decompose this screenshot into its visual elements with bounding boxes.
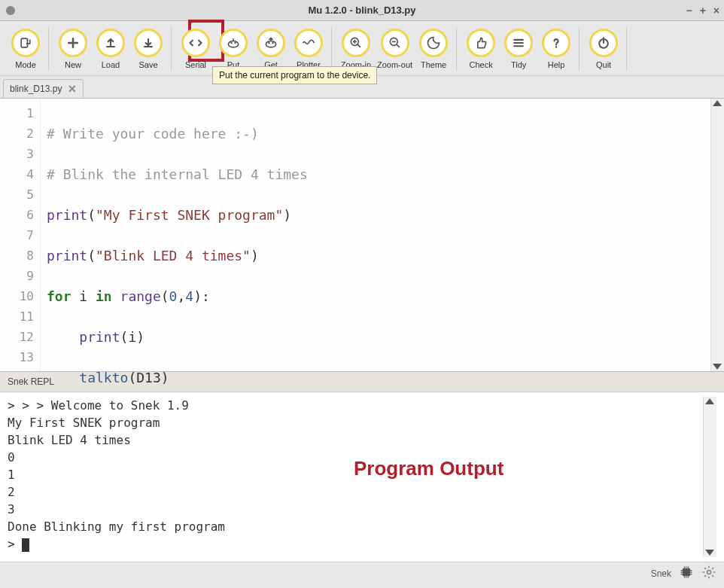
tab-close-icon[interactable]: ✕ bbox=[68, 83, 77, 95]
tab-label: blink_D13.py bbox=[10, 84, 62, 94]
load-button[interactable]: Load bbox=[93, 27, 129, 71]
upload-icon bbox=[96, 29, 125, 57]
quit-button[interactable]: Quit bbox=[586, 27, 622, 71]
zoom-out-icon bbox=[381, 29, 409, 57]
put-button[interactable]: Put bbox=[215, 27, 251, 71]
plotter-icon bbox=[294, 29, 323, 57]
serial-icon bbox=[181, 29, 210, 57]
tidy-icon bbox=[504, 29, 533, 57]
scroll-down-icon[interactable] bbox=[705, 550, 714, 556]
mode-button[interactable]: Mode bbox=[8, 27, 44, 71]
new-button[interactable]: New bbox=[55, 27, 91, 71]
tooltip: Put the current program to the device. bbox=[212, 66, 377, 84]
code-editor[interactable]: 12345678910111213 # Write your code here… bbox=[0, 99, 724, 372]
repl-scrollbar[interactable] bbox=[703, 397, 716, 557]
maximize-button[interactable]: + bbox=[700, 5, 706, 17]
code-content[interactable]: # Write your code here :-) # Blink the i… bbox=[41, 99, 710, 371]
tab-file[interactable]: blink_D13.py ✕ bbox=[3, 79, 84, 98]
svg-point-5 bbox=[268, 42, 270, 44]
put-icon bbox=[219, 29, 248, 57]
close-button[interactable]: × bbox=[713, 5, 719, 17]
get-button[interactable]: Get bbox=[253, 27, 289, 71]
check-button[interactable]: Check bbox=[463, 27, 499, 71]
zoom-out-button[interactable]: Zoom-out bbox=[376, 27, 414, 71]
zoom-in-button[interactable]: Zoom-in bbox=[338, 27, 374, 71]
save-button[interactable]: Save bbox=[130, 27, 166, 71]
line-gutter: 12345678910111213 bbox=[0, 99, 41, 371]
download-icon bbox=[134, 29, 163, 57]
get-icon bbox=[257, 29, 285, 57]
mode-icon bbox=[11, 29, 40, 57]
plotter-button[interactable]: Plotter bbox=[291, 27, 327, 71]
svg-point-6 bbox=[272, 42, 274, 44]
theme-button[interactable]: Theme bbox=[415, 27, 452, 71]
plus-icon bbox=[59, 29, 87, 57]
cursor bbox=[22, 538, 29, 552]
annotation-label: Program Output bbox=[354, 460, 503, 477]
zoom-in-icon bbox=[342, 29, 370, 57]
minimize-button[interactable]: − bbox=[686, 5, 692, 17]
serial-button[interactable]: Serial bbox=[178, 27, 214, 71]
scroll-up-icon[interactable] bbox=[713, 100, 722, 106]
thumbs-up-icon bbox=[467, 29, 495, 57]
scroll-down-icon[interactable] bbox=[713, 364, 722, 370]
svg-point-3 bbox=[234, 42, 236, 44]
app-icon bbox=[6, 6, 15, 15]
toolbar: Mode New Load Save Serial Put Get bbox=[0, 21, 724, 76]
svg-point-1 bbox=[228, 41, 238, 47]
svg-point-2 bbox=[230, 42, 233, 44]
editor-scrollbar[interactable] bbox=[710, 99, 724, 371]
tidy-button[interactable]: Tidy bbox=[500, 27, 537, 71]
scroll-up-icon[interactable] bbox=[705, 398, 714, 404]
power-icon bbox=[589, 29, 618, 57]
repl-panel[interactable]: > > > Welcome to Snek 1.9 My First SNEK … bbox=[0, 392, 724, 562]
window-title: Mu 1.2.0 - blink_D13.py bbox=[308, 5, 415, 16]
repl-output: > > > Welcome to Snek 1.9 My First SNEK … bbox=[8, 398, 225, 551]
svg-point-4 bbox=[266, 41, 275, 47]
help-icon bbox=[542, 29, 570, 57]
titlebar: Mu 1.2.0 - blink_D13.py − + × bbox=[0, 0, 724, 21]
theme-icon bbox=[419, 29, 448, 57]
help-button[interactable]: Help bbox=[538, 27, 574, 71]
